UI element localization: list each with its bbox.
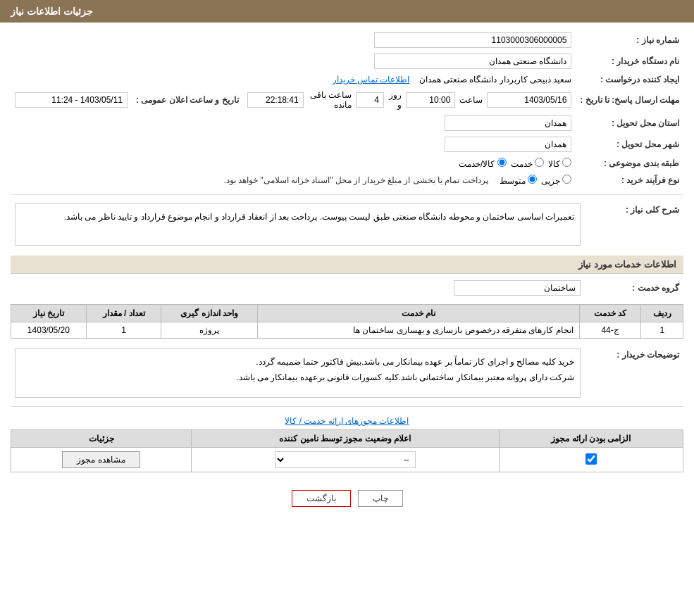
buyer-org-value xyxy=(243,51,576,72)
deadline-remaining-input xyxy=(247,92,304,108)
process-motavaset-radio[interactable] xyxy=(528,175,537,184)
deadline-label: مهلت ارسال پاسخ: تا تاریخ : xyxy=(576,87,683,113)
city-label: شهر محل تحویل : xyxy=(576,134,683,155)
buyer-org-input xyxy=(374,54,571,69)
perm-status-cell: -- xyxy=(192,448,499,472)
remaining-label: ساعت باقی مانده xyxy=(308,90,352,110)
process-motavaset-label: متوسط xyxy=(500,175,537,186)
service-group-label: گروه خدمت : xyxy=(585,277,683,298)
service-count: 1 xyxy=(86,322,161,339)
perm-details-cell: مشاهده مجوز xyxy=(11,448,192,472)
announce-value xyxy=(11,87,132,113)
service-group-input xyxy=(454,280,581,296)
city-input xyxy=(445,137,571,152)
row-number: 1 xyxy=(641,322,683,339)
perm-required-checkbox[interactable] xyxy=(585,453,597,465)
creator-text: سعید ذبیحی کاربردار دانشگاه صنعتی همدان xyxy=(419,75,572,84)
need-number-value xyxy=(243,30,576,51)
main-content: شماره نیاز : نام دستگاه خریدار : ایجاد ک… xyxy=(0,23,694,524)
service-date: 1403/05/20 xyxy=(11,322,87,339)
col-unit: واحد اندازه گیری xyxy=(161,305,258,322)
province-value xyxy=(243,113,576,134)
category-khedmat-radio[interactable] xyxy=(535,158,544,167)
creator-value: سعید ذبیحی کاربردار دانشگاه صنعتی همدان … xyxy=(243,72,576,87)
table-row: 1 ج-44 انجام کارهای متفرقه درخصوص بازساز… xyxy=(11,322,683,339)
perm-col-status: اعلام وضعیت مجوز توسط نامین کننده xyxy=(192,430,499,448)
announce-label: تاریخ و ساعت اعلان عمومی : xyxy=(132,87,243,113)
category-kala-label: کالا xyxy=(548,158,571,169)
perm-required-cell xyxy=(499,448,683,472)
creator-label: ایجاد کننده درخواست : xyxy=(576,72,683,87)
general-desc-box: تعمیرات اساسی ساختمان و محوطه دانشگاه صن… xyxy=(15,203,581,246)
perm-col-details: جزئیات xyxy=(11,430,192,448)
process-note: پرداخت تمام یا بخشی از مبلغ خریدار از مح… xyxy=(223,175,488,185)
permissions-section-header: اطلاعات مجوزهای ارائه خدمت / کالا xyxy=(11,413,683,429)
page-wrapper: جزئیات اطلاعات نیاز شماره نیاز : نام دست… xyxy=(0,0,694,616)
announce-input xyxy=(15,92,128,108)
perm-status-select[interactable]: -- xyxy=(275,451,416,468)
deadline-days-input xyxy=(356,92,384,108)
buyer-notes-value: خرید کلیه مصالح و اجرای کار تماماً بر عه… xyxy=(11,346,585,401)
col-count: تعداد / مقدار xyxy=(86,305,161,322)
category-kala-radio[interactable] xyxy=(562,158,571,167)
process-value: جزیی متوسط پرداخت تمام یا بخشی از مبلغ خ… xyxy=(11,172,576,189)
col-date: تاریخ نیاز xyxy=(11,305,87,322)
page-title: جزئیات اطلاعات نیاز xyxy=(11,6,93,17)
deadline-value: ساعت روز و ساعت باقی مانده xyxy=(243,87,576,113)
city-value xyxy=(243,134,576,155)
view-permit-button[interactable]: مشاهده مجوز xyxy=(62,451,140,468)
service-group-table: گروه خدمت : xyxy=(11,277,683,298)
need-number-input[interactable] xyxy=(374,32,571,48)
days-label: روز و xyxy=(388,90,402,110)
buyer-notes-table: توضیحات خریدار : خرید کلیه مصالح و اجرای… xyxy=(11,346,683,401)
service-code: ج-44 xyxy=(579,322,641,339)
services-section-header: اطلاعات خدمات مورد نیاز xyxy=(11,256,683,274)
buyer-org-label: نام دستگاه خریدار : xyxy=(576,51,683,72)
category-khedmat-label: خدمت xyxy=(511,158,544,169)
service-group-value xyxy=(11,277,585,298)
category-kala-khedmat-label: کالا/خدمت xyxy=(459,158,507,169)
col-code: کد خدمت xyxy=(579,305,641,322)
service-unit: پروژه xyxy=(161,322,258,339)
category-kala-khedmat-radio[interactable] xyxy=(497,158,507,167)
deadline-time-input xyxy=(406,92,455,108)
perm-col-required: الزامی بودن ارائه مجوز xyxy=(499,430,683,448)
print-button[interactable]: چاپ xyxy=(358,490,403,507)
footer-buttons: چاپ بازگشت xyxy=(11,479,683,517)
permissions-section-link[interactable]: اطلاعات مجوزهای ارائه خدمت / کالا xyxy=(285,416,409,426)
separator-2 xyxy=(11,406,683,407)
general-desc-value: تعمیرات اساسی ساختمان و محوطه دانشگاه صن… xyxy=(11,201,585,249)
perm-table-row: -- مشاهده مجوز xyxy=(11,448,683,472)
deadline-date-input xyxy=(487,92,571,108)
col-row: ردیف xyxy=(641,305,683,322)
info-table: شماره نیاز : نام دستگاه خریدار : ایجاد ک… xyxy=(11,30,683,189)
general-desc-label: شرح کلی نیاز : xyxy=(585,201,683,249)
permissions-table: الزامی بودن ارائه مجوز اعلام وضعیت مجوز … xyxy=(11,429,683,472)
province-label: استان محل تحویل : xyxy=(576,113,683,134)
category-label: طبقه بندی موضوعی : xyxy=(576,155,683,172)
category-value: کالا خدمت کالا/خدمت xyxy=(243,155,576,172)
service-name: انجام کارهای متفرقه درخصوص بازسازی و بهس… xyxy=(258,322,580,339)
process-jozvi-radio[interactable] xyxy=(562,175,571,184)
time-label: ساعت xyxy=(459,95,483,105)
process-jozvi-label: جزیی xyxy=(541,175,571,186)
col-name: نام خدمت xyxy=(258,305,580,322)
services-table: ردیف کد خدمت نام خدمت واحد اندازه گیری ت… xyxy=(11,304,683,339)
need-number-label: شماره نیاز : xyxy=(576,30,683,51)
buyer-notes-box: خرید کلیه مصالح و اجرای کار تماماً بر عه… xyxy=(15,348,581,398)
general-desc-table: شرح کلی نیاز : تعمیرات اساسی ساختمان و م… xyxy=(11,201,683,249)
back-button[interactable]: بازگشت xyxy=(292,490,351,507)
process-label: نوع فرآیند خرید : xyxy=(576,172,683,189)
contact-link[interactable]: اطلاعات تماس خریدار xyxy=(333,75,410,84)
page-header: جزئیات اطلاعات نیاز xyxy=(0,0,694,23)
province-input xyxy=(445,115,571,131)
separator-1 xyxy=(11,194,683,195)
buyer-notes-label: توضیحات خریدار : xyxy=(585,346,683,401)
